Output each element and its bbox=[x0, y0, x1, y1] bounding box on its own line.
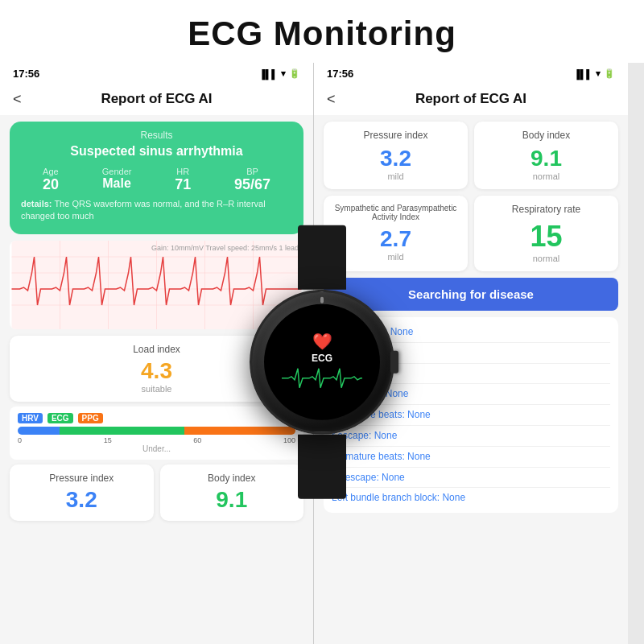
body-index-sub: normal bbox=[484, 171, 609, 181]
sympathetic-title: Sympathetic and Parasympathetic Activity… bbox=[333, 204, 458, 221]
age-label: Age bbox=[43, 167, 59, 176]
left-header: < Report of ECG AI bbox=[0, 83, 313, 115]
age-value: 20 bbox=[43, 176, 59, 193]
right-header: < Report of ECG AI bbox=[314, 83, 628, 115]
bp-label: BP bbox=[234, 167, 270, 176]
pressure-index-val: 3.2 bbox=[333, 146, 458, 171]
hrv-tag: HRV bbox=[18, 413, 43, 423]
bar-num-60: 60 bbox=[193, 436, 201, 444]
body-index-card: Body index 9.1 normal bbox=[474, 122, 618, 189]
right-header-title: Report of ECG AI bbox=[415, 91, 526, 107]
right-signal-icon: ▐▌▌ bbox=[574, 69, 592, 79]
results-label: Results bbox=[21, 130, 292, 141]
left-status-icons: ▐▌▌ ▾ 🔋 bbox=[259, 68, 300, 79]
pressure-index-title: Pressure index bbox=[333, 130, 458, 141]
watch-body: ❤️ ECG bbox=[250, 290, 394, 435]
watch-heart-icon: ❤️ bbox=[282, 332, 362, 351]
respiratory-card: Respiratory rate 15 normal bbox=[474, 196, 618, 271]
hr-value: 71 bbox=[175, 176, 191, 193]
watch-side-button bbox=[390, 351, 398, 374]
bp-value: 95/67 bbox=[234, 176, 270, 193]
watch-strap-top bbox=[298, 225, 346, 290]
respiratory-val: 15 bbox=[484, 220, 609, 254]
hr-label: HR bbox=[175, 167, 191, 176]
details-text: details: The QRS waveform was normal, an… bbox=[21, 198, 292, 223]
wifi-icon: ▾ bbox=[281, 68, 286, 79]
age-stat: Age 20 bbox=[43, 167, 59, 193]
pressure-index-card: Pressure index 3.2 mild bbox=[324, 122, 468, 189]
left-status-bar: 17:56 ▐▌▌ ▾ 🔋 bbox=[0, 63, 313, 83]
watch-screen-inner: ❤️ ECG bbox=[279, 328, 365, 396]
body-index-val: 9.1 bbox=[484, 146, 609, 171]
gender-stat: Gender Male bbox=[102, 167, 132, 193]
stats-row: Age 20 Gender Male HR 71 BP 95/67 bbox=[21, 167, 292, 193]
details-content: The QRS waveform was normal, and the R–R… bbox=[21, 199, 266, 221]
right-back-button[interactable]: < bbox=[327, 91, 336, 108]
pressure-index-card-bottom: Pressure index 3.2 bbox=[10, 464, 154, 521]
pressure-index-sub: mild bbox=[333, 171, 458, 181]
pressure-value-bottom: 3.2 bbox=[21, 487, 142, 513]
watch-strap-bottom bbox=[298, 435, 346, 499]
right-battery-icon: 🔋 bbox=[604, 68, 615, 79]
left-time: 17:56 bbox=[13, 68, 39, 80]
gender-value: Male bbox=[102, 176, 132, 191]
body-index-title: Body index bbox=[484, 130, 609, 141]
watch-screen: ❤️ ECG bbox=[264, 304, 380, 420]
ppg-tag: PPG bbox=[78, 413, 103, 423]
smartwatch-overlay: ❤️ ECG bbox=[233, 225, 411, 499]
details-label: details: bbox=[21, 199, 52, 208]
diagnosis-title: Suspected sinus arrhythmia bbox=[21, 144, 292, 159]
page-title: ECG Monitoring bbox=[0, 0, 644, 63]
battery-icon: 🔋 bbox=[289, 68, 300, 79]
watch-tick-top bbox=[320, 297, 324, 303]
right-wifi-icon: ▾ bbox=[596, 68, 601, 79]
screenshot-area: 17:56 ▐▌▌ ▾ 🔋 < Report of ECG AI Results… bbox=[0, 63, 644, 644]
watch-ecg-waveform bbox=[282, 367, 362, 390]
watch-ecg-label: ECG bbox=[282, 353, 362, 364]
signal-icon: ▐▌▌ bbox=[259, 69, 278, 79]
left-back-button[interactable]: < bbox=[13, 91, 22, 108]
bar-num-0: 0 bbox=[18, 436, 22, 444]
ecg-report-card: Results Suspected sinus arrhythmia Age 2… bbox=[10, 122, 303, 234]
gender-label: Gender bbox=[102, 167, 132, 176]
ecg-tag: ECG bbox=[47, 413, 73, 423]
respiratory-title: Respiratory rate bbox=[484, 204, 609, 215]
left-header-title: Report of ECG AI bbox=[101, 91, 212, 107]
right-status-bar: 17:56 ▐▌▌ ▾ 🔋 bbox=[314, 63, 628, 83]
bar-num-15: 15 bbox=[104, 436, 112, 444]
bp-stat: BP 95/67 bbox=[234, 167, 270, 193]
respiratory-sub: normal bbox=[484, 254, 609, 263]
right-status-icons: ▐▌▌ ▾ 🔋 bbox=[574, 68, 615, 79]
hr-stat: HR 71 bbox=[175, 167, 191, 193]
right-time: 17:56 bbox=[327, 68, 353, 80]
pressure-title-bottom: Pressure index bbox=[21, 473, 142, 484]
